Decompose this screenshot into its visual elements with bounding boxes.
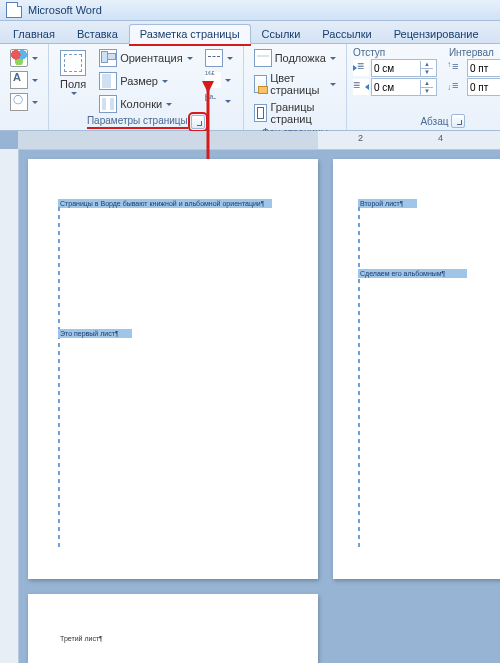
watermark-label: Подложка: [275, 52, 326, 64]
line-numbers-button[interactable]: [201, 70, 237, 90]
colors-icon: [10, 49, 28, 67]
orientation-button[interactable]: Ориентация: [95, 47, 196, 69]
font-icon: [10, 71, 28, 89]
tab-review[interactable]: Рецензирование: [383, 24, 490, 43]
spacing-heading: Интервал: [449, 47, 500, 58]
chevron-down-icon: [330, 83, 336, 86]
chevron-down-icon: [32, 79, 38, 82]
watermark-button[interactable]: Подложка: [250, 47, 340, 69]
paragraph-dialog-launcher[interactable]: [451, 114, 465, 128]
themes-effects-button[interactable]: [6, 91, 42, 113]
spacing-column: Интервал ▲▼ ▲▼: [449, 47, 500, 96]
chevron-down-icon: [32, 57, 38, 60]
effects-icon: [10, 93, 28, 111]
page-setup-dialog-launcher[interactable]: [191, 115, 205, 129]
breaks-button[interactable]: [201, 47, 237, 69]
document-workspace: 2 4 Страницы в Ворде бывают книжной и ал…: [0, 131, 500, 663]
spin-down[interactable]: ▼: [421, 69, 433, 76]
highlighted-text[interactable]: Второй лист¶: [358, 199, 417, 208]
orientation-icon: [99, 49, 117, 67]
group-paragraph: Отступ ▲▼ ▲▼ Интервал: [347, 44, 500, 130]
chevron-down-icon: [225, 100, 231, 103]
indent-right-icon: [353, 79, 369, 95]
page-borders-button[interactable]: Границы страниц: [250, 99, 340, 127]
margins-icon: [60, 50, 86, 76]
themes-fonts-button[interactable]: [6, 69, 42, 91]
text-cursor-column: [58, 207, 60, 549]
page-setup-label-text: Параметры страницы: [87, 115, 188, 129]
tab-mailings[interactable]: Рассылки: [311, 24, 382, 43]
page-1[interactable]: Страницы в Ворде бывают книжной и альбом…: [28, 159, 318, 579]
spin-up[interactable]: ▲: [421, 80, 433, 88]
indent-heading: Отступ: [353, 47, 437, 58]
columns-button[interactable]: Колонки: [95, 93, 196, 115]
group-paragraph-label: Абзац: [353, 114, 500, 128]
indent-left-icon: [353, 60, 369, 76]
paragraph-label-text: Абзац: [420, 116, 448, 127]
page-2[interactable]: Второй лист¶ Сделаем его альбомным¶: [333, 159, 500, 579]
page-text[interactable]: Третий лист¶: [58, 634, 117, 643]
hyphenation-button[interactable]: [201, 91, 237, 111]
page-color-icon: [254, 75, 268, 93]
ribbon: Поля Ориентация Размер Колонки Параметры…: [0, 44, 500, 131]
columns-icon: [99, 95, 117, 113]
chevron-down-icon: [225, 79, 231, 82]
hyphenation-icon: [205, 93, 221, 109]
ruler-tick: 4: [438, 133, 443, 143]
app-title: Microsoft Word: [28, 4, 102, 16]
indent-right-input[interactable]: [372, 82, 420, 93]
page-borders-label: Границы страниц: [270, 101, 335, 125]
orientation-label: Ориентация: [120, 52, 182, 64]
indent-left-spinner[interactable]: ▲▼: [371, 59, 437, 77]
spin-down[interactable]: ▼: [421, 88, 433, 95]
tab-references[interactable]: Ссылки: [251, 24, 312, 43]
tab-page-layout[interactable]: Разметка страницы: [129, 24, 251, 44]
document-icon: [6, 2, 22, 18]
columns-label: Колонки: [120, 98, 162, 110]
pages-container[interactable]: Страницы в Ворде бывают книжной и альбом…: [18, 149, 500, 663]
tab-insert[interactable]: Вставка: [66, 24, 129, 43]
horizontal-ruler[interactable]: 2 4: [18, 131, 500, 150]
space-after-spinner[interactable]: ▲▼: [467, 78, 500, 96]
space-before-icon: [449, 60, 465, 76]
page-borders-icon: [254, 104, 268, 122]
highlighted-text[interactable]: Это первый лист¶: [58, 329, 132, 338]
group-themes: [0, 44, 49, 130]
spin-up[interactable]: ▲: [421, 61, 433, 69]
chevron-down-icon: [162, 80, 168, 83]
line-numbers-icon: [205, 72, 221, 88]
breaks-icon: [205, 49, 223, 67]
ruler-tick: 2: [358, 133, 363, 143]
indent-left-input[interactable]: [372, 63, 420, 74]
page-color-label: Цвет страницы: [270, 72, 326, 96]
chevron-down-icon: [187, 57, 193, 60]
margins-label: Поля: [60, 78, 86, 90]
chevron-down-icon: [330, 57, 336, 60]
group-page-setup: Поля Ориентация Размер Колонки Параметры…: [49, 44, 244, 130]
themes-colors-button[interactable]: [6, 47, 42, 69]
vertical-ruler[interactable]: [0, 149, 19, 663]
page-color-button[interactable]: Цвет страницы: [250, 70, 340, 98]
indent-right-spinner[interactable]: ▲▼: [371, 78, 437, 96]
chevron-down-icon: [166, 103, 172, 106]
group-page-background: Подложка Цвет страницы Границы страниц Ф…: [244, 44, 347, 130]
highlighted-text[interactable]: Страницы в Ворде бывают книжной и альбом…: [58, 199, 272, 208]
size-label: Размер: [120, 75, 158, 87]
watermark-icon: [254, 49, 272, 67]
highlighted-text[interactable]: Сделаем его альбомным¶: [358, 269, 467, 278]
space-before-spinner[interactable]: ▲▼: [467, 59, 500, 77]
space-before-input[interactable]: [468, 63, 500, 74]
indent-column: Отступ ▲▼ ▲▼: [353, 47, 437, 96]
chevron-down-icon: [71, 92, 77, 95]
space-after-icon: [449, 79, 465, 95]
size-icon: [99, 72, 117, 90]
page-3[interactable]: Третий лист¶: [28, 594, 318, 663]
margins-button[interactable]: Поля: [55, 47, 91, 115]
chevron-down-icon: [227, 57, 233, 60]
tab-home[interactable]: Главная: [2, 24, 66, 43]
text-cursor-column: [358, 207, 360, 549]
space-after-input[interactable]: [468, 82, 500, 93]
ribbon-tabs: Главная Вставка Разметка страницы Ссылки…: [0, 21, 500, 44]
group-page-setup-label: Параметры страницы: [55, 115, 237, 129]
size-button[interactable]: Размер: [95, 70, 196, 92]
